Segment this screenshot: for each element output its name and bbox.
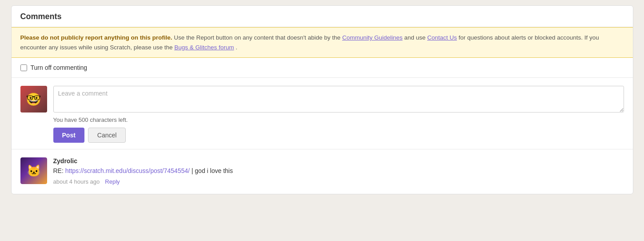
contact-us-link[interactable]: Contact Us xyxy=(427,34,457,41)
comment-avatar-emoji: 🐱 xyxy=(27,164,41,178)
notice-bold-text: Please do not publicly report anything o… xyxy=(20,34,172,41)
comment-item: 🐱 Zydrolic RE: https://scratch.mit.edu/d… xyxy=(20,157,624,185)
cancel-button[interactable]: Cancel xyxy=(88,128,126,143)
current-user-avatar-img: 🤓 xyxy=(20,86,47,112)
bugs-forum-link[interactable]: Bugs & Glitches forum xyxy=(174,44,234,51)
comments-title: Comments xyxy=(20,12,624,21)
comment-avatar: 🐱 xyxy=(20,157,47,184)
comment-link[interactable]: https://scratch.mit.edu/discuss/post/745… xyxy=(65,167,190,174)
current-user-avatar-emoji: 🤓 xyxy=(26,92,41,107)
comment-body: Zydrolic RE: https://scratch.mit.edu/dis… xyxy=(53,157,624,185)
comment-textarea[interactable] xyxy=(53,86,624,112)
toggle-commenting-label[interactable]: Turn off commenting xyxy=(31,64,88,71)
toggle-commenting-checkbox[interactable] xyxy=(20,64,27,71)
comments-container: Comments Please do not publicly report a… xyxy=(11,5,633,194)
comment-text-suffix: | god i love this xyxy=(192,167,233,174)
comment-author: Zydrolic xyxy=(53,157,624,165)
comment-meta: about 4 hours ago Reply xyxy=(53,178,624,185)
comment-text: RE: https://scratch.mit.edu/discuss/post… xyxy=(53,166,624,176)
comment-form-section: 🤓 You have 500 characters left. Post Can… xyxy=(12,78,633,149)
notice-box: Please do not publicly report anything o… xyxy=(12,27,633,58)
notice-text2: and use xyxy=(404,34,427,41)
notice-text1: Use the Report button on any content tha… xyxy=(174,34,342,41)
reply-link[interactable]: Reply xyxy=(105,178,120,185)
form-buttons: Post Cancel xyxy=(53,128,624,143)
comments-header: Comments xyxy=(12,6,633,27)
post-button[interactable]: Post xyxy=(53,128,84,143)
comments-list: 🐱 Zydrolic RE: https://scratch.mit.edu/d… xyxy=(12,149,633,194)
current-user-avatar: 🤓 xyxy=(20,86,47,112)
comment-timestamp: about 4 hours ago xyxy=(53,178,100,185)
toggle-section: Turn off commenting xyxy=(12,58,633,78)
comment-avatar-img: 🐱 xyxy=(20,157,47,184)
comment-input-area: You have 500 characters left. Post Cance… xyxy=(53,86,624,143)
community-guidelines-link[interactable]: Community Guidelines xyxy=(342,34,403,41)
comment-text-prefix: RE: xyxy=(53,167,65,174)
char-count: You have 500 characters left. xyxy=(53,116,624,123)
notice-text4: . xyxy=(236,44,237,51)
